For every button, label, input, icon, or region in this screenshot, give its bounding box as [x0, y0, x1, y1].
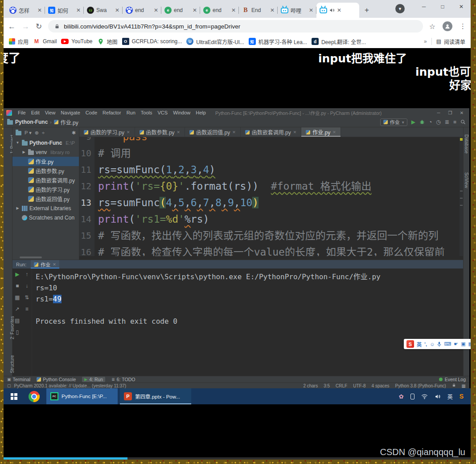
bookmark-item[interactable]: MGmail — [33, 38, 57, 45]
tool-stripe-sciview[interactable]: SciView — [464, 172, 469, 188]
breadcrumb[interactable]: Python-Func › 作业.py — [7, 118, 78, 126]
taskbar-app-pycharm[interactable]: PCPython-Func [E:\P... — [46, 388, 118, 404]
refresh-button[interactable]: ↻ — [36, 23, 42, 30]
bookmark-item[interactable]: OGCRFLDA: scoring... — [122, 38, 182, 45]
browser-tab[interactable]: eend✕ — [200, 3, 239, 18]
tab-close-icon[interactable]: ✕ — [337, 7, 341, 13]
project-tree-item[interactable]: ▶venvlibrary ro — [12, 147, 79, 157]
sogou-smiley-icon[interactable]: ☺ — [430, 342, 435, 347]
browser-tab[interactable]: {;}Swa✕ — [84, 3, 123, 18]
tab-close-icon[interactable]: ✕ — [37, 7, 42, 13]
project-tree-item[interactable]: 作业.py — [12, 157, 79, 166]
project-tree-item[interactable]: 函数的学习.py — [12, 185, 79, 194]
tab-close-icon[interactable]: ✕ — [309, 7, 313, 13]
editor-tab[interactable]: 函数嵌套调用.py✕ — [241, 127, 302, 137]
menu-navigate[interactable]: Navigate — [58, 110, 82, 115]
player-progress-track[interactable] — [4, 457, 471, 460]
menu-edit[interactable]: Edit — [29, 110, 42, 115]
tab-close-icon[interactable]: ✕ — [154, 7, 158, 13]
run-button[interactable]: ▶ — [411, 119, 415, 125]
chrome-update-icon[interactable]: ▼ — [395, 4, 405, 13]
tab-close-icon[interactable]: ✕ — [76, 7, 81, 13]
toolwindow-6-todo[interactable]: ≣6: TODO — [111, 377, 135, 382]
bookmark-item[interactable]: UUltraEdit官方版-Ul... — [186, 38, 244, 45]
new-tab-button[interactable]: + — [361, 4, 373, 16]
sogou-apostrophe-icon[interactable]: ’, — [424, 342, 427, 347]
bookmarks-overflow-icon[interactable]: » — [424, 38, 427, 45]
toolwindow-4-run[interactable]: ▶4: Run — [82, 377, 105, 382]
profiler-button[interactable]: ◷ — [436, 119, 440, 125]
reading-list-button[interactable]: ▤阅读清单 — [436, 38, 465, 45]
editor-hscrollbar[interactable] — [79, 256, 463, 260]
tray-flower-icon[interactable]: ✿ — [399, 393, 404, 400]
status-item[interactable]: Python 3.8 (Python-Func) — [395, 383, 446, 388]
sogou-grid-icon[interactable]: ▦ — [468, 341, 471, 347]
collapse-all-icon[interactable]: ÷ — [42, 130, 45, 135]
menu-vcs[interactable]: VCS — [156, 110, 170, 115]
breadcrumb-project[interactable]: Python-Func — [15, 119, 48, 125]
stop-icon[interactable]: ■ — [16, 283, 19, 294]
browser-tab[interactable]: BEnd✕ — [239, 3, 278, 18]
taskbar-app-powerpoint[interactable]: P第四章.pptx - Pow... — [120, 388, 191, 404]
search-everywhere-icon[interactable] — [460, 119, 466, 125]
code-editor[interactable]: pass# 调用rs=sumFunc(1,2,3,4)print('rs={0}… — [94, 137, 460, 256]
toolwindow-toggle-icon[interactable]: ▢ — [7, 383, 11, 388]
sogou-keyboard-icon[interactable]: ⌨ — [444, 341, 451, 347]
pycharm-close-button[interactable]: ✕ — [457, 110, 467, 115]
project-tree-item[interactable]: 函数参数.py — [12, 166, 79, 175]
bookmark-star-icon[interactable]: ☆ — [429, 22, 435, 31]
down-icon[interactable]: ↓ — [25, 283, 28, 294]
browser-tab[interactable]: 知如何✕ — [45, 3, 84, 18]
close-icon[interactable]: ✕ — [232, 130, 236, 134]
menu-file[interactable]: File — [16, 110, 28, 115]
sogou-logo-icon[interactable]: S — [406, 340, 414, 348]
video-page[interactable]: 度了 input把我难住了 input也可以 好家伙 FileEditViewN… — [4, 48, 471, 460]
browser-tab[interactable]: ✕ — [316, 3, 359, 18]
close-icon[interactable]: ✕ — [127, 130, 130, 134]
menu-run[interactable]: Run — [124, 110, 138, 115]
start-button[interactable] — [4, 388, 24, 404]
tab-close-icon[interactable]: ✕ — [270, 7, 275, 13]
close-icon[interactable]: ✕ — [293, 130, 297, 134]
tray-ime-icon[interactable]: S — [460, 393, 464, 400]
sogou-mode-toggle[interactable]: 英 — [417, 341, 422, 348]
close-icon[interactable]: ✕ — [53, 262, 56, 267]
event-log-button[interactable]: Event Log — [439, 377, 466, 382]
rerun-icon[interactable]: ▶ — [15, 271, 19, 283]
menu-view[interactable]: View — [43, 110, 58, 115]
tab-audio-icon[interactable] — [329, 8, 335, 13]
tab-close-icon[interactable]: ✕ — [231, 7, 236, 13]
restore-icon[interactable]: ▦ — [15, 294, 20, 306]
menu-icon[interactable]: ≡ — [25, 306, 29, 317]
sogou-hand-icon[interactable]: ☛ — [454, 341, 458, 347]
project-tree-item[interactable]: ▶External Libraries — [12, 204, 79, 213]
editor-tab[interactable]: 函数参数.py✕ — [135, 127, 185, 137]
bookmark-item[interactable]: 应用 — [9, 38, 29, 45]
bookmark-item[interactable]: 知机器学习-各种 Lea... — [249, 38, 307, 45]
project-hscrollbar[interactable] — [20, 256, 42, 258]
tray-phone-icon[interactable] — [410, 394, 414, 399]
menu-kebab-icon[interactable]: ⋮ — [460, 22, 466, 30]
toolwindow-terminal[interactable]: ▣Terminal — [7, 377, 30, 382]
status-item[interactable]: CRLF — [336, 383, 347, 388]
project-tree-item[interactable]: ▼Python-FuncE:\P — [12, 138, 79, 147]
browser-tab[interactable]: eend✕ — [161, 3, 200, 18]
up-icon[interactable]: ↑ — [25, 271, 28, 283]
swap-icon[interactable]: ⇅ — [25, 294, 29, 306]
gear-icon[interactable]: ✱ — [72, 130, 76, 136]
close-button[interactable]: ✕ — [452, 0, 471, 13]
coverage-button[interactable]: ◔ — [429, 119, 432, 125]
pin-icon[interactable]: ↗ — [15, 306, 20, 317]
taskbar-chrome-icon[interactable] — [29, 391, 40, 402]
run-tab[interactable]: 作业 ✕ — [31, 260, 59, 269]
menu-code[interactable]: Code — [83, 110, 99, 115]
lock-icon[interactable] — [452, 383, 456, 388]
menu-tools[interactable]: Tools — [139, 110, 155, 115]
tool-stripe-database[interactable]: Database — [464, 134, 469, 154]
project-tree-item[interactable]: 函数嵌套调用.py — [12, 175, 79, 185]
status-item[interactable]: 2 chars — [303, 383, 318, 388]
locate-file-icon[interactable]: ⊕ — [35, 130, 39, 136]
menu-window[interactable]: Window — [171, 110, 193, 115]
status-item[interactable]: UTF-8 — [353, 383, 365, 388]
breadcrumb-file[interactable]: 作业.py — [61, 118, 78, 126]
